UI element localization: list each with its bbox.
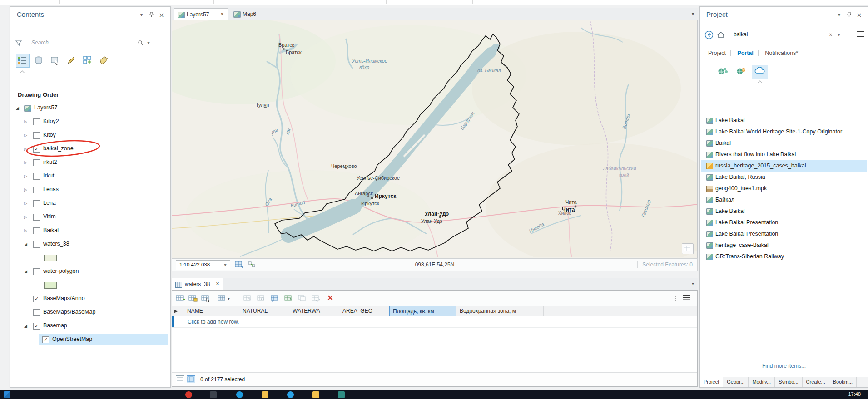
list-by-data-source-button[interactable] bbox=[32, 54, 46, 68]
map-canvas[interactable]: Братск Братск Усть-Илимское вдхр Тулун Ч… bbox=[172, 20, 698, 258]
layer-item-openstreetmap[interactable]: ✓ OpenStreetMap bbox=[10, 333, 170, 346]
row-selector-header[interactable] bbox=[172, 306, 184, 316]
layer-item-basemap[interactable]: ✓ Basemap bbox=[10, 319, 170, 333]
layer-checkbox[interactable] bbox=[33, 309, 40, 316]
catalog-menu-icon[interactable] bbox=[856, 30, 864, 39]
docked-tab-geoprocessing[interactable]: Geopr... bbox=[723, 377, 749, 387]
taskbar-app-icon[interactable] bbox=[185, 391, 192, 398]
pane-menu-caret-icon[interactable] bbox=[836, 12, 843, 19]
layer-checkbox[interactable] bbox=[33, 118, 40, 125]
layer-checkbox[interactable] bbox=[33, 173, 40, 180]
taskbar-app-icon[interactable] bbox=[338, 391, 345, 398]
delete-rows-icon[interactable] bbox=[327, 294, 336, 302]
expander-icon[interactable] bbox=[24, 187, 30, 192]
search-icon[interactable] bbox=[137, 40, 144, 46]
catalog-item[interactable]: Baikal bbox=[701, 138, 867, 149]
catalog-item[interactable]: geog400_tues1.mpk bbox=[701, 183, 867, 194]
table-options-dropdown[interactable] bbox=[218, 294, 231, 302]
table-view-icon[interactable] bbox=[176, 375, 184, 383]
close-tab-icon[interactable] bbox=[219, 11, 225, 17]
taskbar-folder-icon[interactable] bbox=[312, 391, 319, 398]
layer-checkbox[interactable] bbox=[33, 132, 40, 139]
expander-icon[interactable] bbox=[24, 133, 30, 138]
layer-item-vitim[interactable]: Vitim bbox=[10, 210, 170, 224]
expander-icon[interactable] bbox=[24, 228, 30, 233]
layer-item-kitoy[interactable]: Kitoy bbox=[10, 128, 170, 142]
close-pane-icon[interactable] bbox=[856, 12, 863, 19]
add-new-row[interactable]: Click to add new row. bbox=[172, 316, 697, 328]
tab-notifications[interactable]: Notifications* bbox=[760, 50, 803, 56]
catalog-item[interactable]: Lake Baikal World Heritage Site-1-Copy O… bbox=[701, 126, 867, 138]
search-history-caret-icon[interactable]: ▾ bbox=[836, 32, 842, 38]
expander-icon[interactable] bbox=[24, 269, 30, 274]
taskbar-app-icon[interactable] bbox=[210, 391, 217, 398]
layer-checkbox[interactable] bbox=[33, 227, 40, 234]
taskbar-app-icon[interactable] bbox=[236, 391, 243, 398]
tab-list-caret-icon[interactable] bbox=[692, 281, 694, 286]
close-pane-icon[interactable] bbox=[158, 12, 165, 19]
layer-checkbox[interactable]: ✓ bbox=[33, 296, 40, 302]
view-tab-layers57[interactable]: Layers57 bbox=[174, 8, 228, 21]
back-button[interactable] bbox=[704, 30, 714, 40]
layer-item-baikal-zone[interactable]: ✓ baikal_zone bbox=[10, 142, 170, 156]
living-atlas-icon[interactable] bbox=[733, 65, 749, 79]
layer-item-water-polygon[interactable]: water-polygon bbox=[10, 265, 170, 278]
layer-item-lenas[interactable]: Lenas bbox=[10, 183, 170, 197]
start-button-icon[interactable] bbox=[4, 391, 10, 398]
catalog-item[interactable]: Lake Baikal bbox=[701, 206, 867, 217]
table-menu-icon[interactable] bbox=[683, 294, 691, 303]
pin-icon[interactable] bbox=[846, 12, 853, 19]
copy-rows-icon[interactable] bbox=[298, 294, 307, 302]
layer-checkbox[interactable] bbox=[33, 187, 40, 193]
tab-list-caret-icon[interactable] bbox=[692, 11, 694, 16]
pane-menu-caret-icon[interactable] bbox=[138, 12, 145, 19]
layer-item-basemaps-anno[interactable]: ✓ BaseMaps/Anno bbox=[10, 292, 170, 305]
expander-icon[interactable] bbox=[24, 323, 30, 329]
contents-search-input[interactable] bbox=[30, 39, 121, 46]
layer-item-basemaps-basemap[interactable]: BaseMaps/BaseMap bbox=[10, 305, 170, 319]
taskbar-app-icon[interactable] bbox=[287, 391, 294, 398]
refresh-table-icon[interactable] bbox=[311, 294, 320, 302]
polygon-symbol-swatch[interactable] bbox=[44, 282, 57, 289]
table-tab-waters38[interactable]: waters_38 bbox=[172, 278, 223, 291]
column-header-area-geo[interactable]: AREA_GEO bbox=[339, 306, 389, 316]
list-by-snapping-button[interactable] bbox=[81, 54, 95, 68]
layer-checkbox[interactable] bbox=[33, 200, 40, 207]
layer-checkbox[interactable]: ✓ bbox=[33, 146, 40, 153]
expander-icon[interactable] bbox=[24, 201, 30, 206]
layer-checkbox[interactable]: ✓ bbox=[42, 336, 49, 343]
catalog-item[interactable]: Lake Baikal bbox=[701, 115, 867, 126]
column-header-natural[interactable]: NATURAL bbox=[239, 306, 289, 316]
column-header-vodookhrannaya[interactable]: Водоохранная зона, м bbox=[456, 306, 544, 316]
list-by-selection-button[interactable] bbox=[49, 54, 62, 68]
catalog-item[interactable]: heritage_case-Baikal bbox=[701, 240, 867, 251]
arcgis-online-icon[interactable] bbox=[714, 65, 731, 79]
catalog-item-selected[interactable]: russia_heritage_2015_cases_baikal bbox=[701, 160, 867, 172]
switch-selection-icon[interactable] bbox=[270, 294, 279, 302]
expander-icon[interactable] bbox=[24, 160, 30, 165]
expander-icon[interactable] bbox=[24, 214, 30, 220]
tab-portal[interactable]: Portal bbox=[733, 50, 758, 56]
layer-checkbox[interactable] bbox=[33, 241, 40, 248]
catalog-item[interactable]: Байкал bbox=[701, 194, 867, 206]
find-more-items-link[interactable]: Find more items... bbox=[700, 363, 868, 369]
expander-icon[interactable] bbox=[24, 173, 30, 179]
symbology-row-waters-38[interactable] bbox=[10, 251, 170, 265]
pin-icon[interactable] bbox=[148, 12, 155, 19]
docked-tab-project[interactable]: Project bbox=[700, 377, 723, 387]
layer-checkbox[interactable] bbox=[33, 159, 40, 166]
map-overview-button[interactable] bbox=[682, 243, 694, 254]
layer-item-irkut2[interactable]: irkut2 bbox=[10, 156, 170, 169]
polygon-symbol-swatch[interactable] bbox=[44, 255, 57, 261]
select-by-attributes-icon[interactable] bbox=[201, 294, 210, 302]
search-options-caret-icon[interactable]: ▾ bbox=[145, 40, 152, 46]
list-by-drawing-order-button[interactable] bbox=[16, 54, 30, 68]
layer-checkbox[interactable] bbox=[33, 214, 40, 221]
column-header-name[interactable]: NAME bbox=[184, 306, 239, 316]
pan-to-selection-icon[interactable] bbox=[257, 294, 266, 302]
docked-tab-create[interactable]: Create... bbox=[803, 377, 829, 387]
close-tab-icon[interactable] bbox=[215, 281, 220, 286]
field-calculate-icon[interactable] bbox=[188, 294, 198, 302]
list-by-editing-button[interactable] bbox=[65, 54, 79, 68]
catalog-item[interactable]: Lake Baikal Presentation bbox=[701, 217, 867, 228]
